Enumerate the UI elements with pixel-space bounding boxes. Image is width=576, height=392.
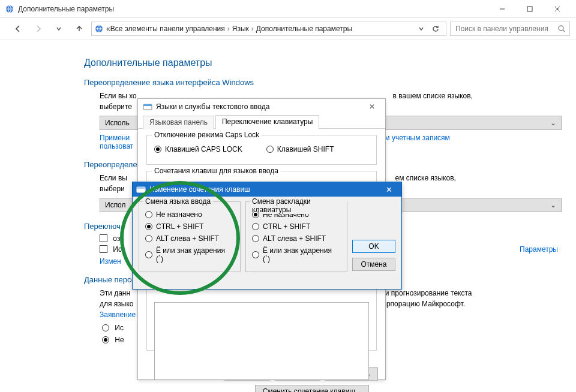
dialog-icon — [136, 185, 146, 194]
radio-grave[interactable]: Ё или знак ударения (`) — [145, 246, 234, 263]
checkbox[interactable] — [100, 234, 107, 242]
svg-rect-11 — [137, 187, 145, 189]
search-box[interactable] — [450, 22, 570, 36]
back-button[interactable] — [10, 20, 26, 37]
dialog-title: Изменение сочетания клавиш — [149, 185, 380, 194]
hotkeys-listbox[interactable] — [154, 302, 369, 380]
chevron-right-icon: › — [249, 25, 256, 33]
window-title: Дополнительные параметры — [18, 5, 488, 13]
privacy-link[interactable]: Заявление — [100, 310, 136, 319]
group-legend: Сочетания клавиш для языков ввода — [152, 167, 281, 175]
dropdown-value: Испол — [105, 201, 126, 209]
section-header: Переопределение языка интерфейса Windows — [84, 78, 564, 87]
breadcrumb-item[interactable]: Все элементы панели управления — [110, 25, 225, 33]
radio-alt-shift[interactable]: ALT слева + SHIFT — [252, 234, 341, 243]
search-icon — [557, 25, 566, 33]
capslock-radio-shift[interactable]: Клавишей SHIFT — [266, 145, 334, 153]
group-legend: Смена языка ввода — [143, 197, 213, 206]
window-titlebar: Дополнительные параметры — [0, 0, 576, 18]
group-legend: Отключение режима Caps Lock — [152, 131, 262, 139]
radio[interactable] — [102, 336, 109, 343]
input-language-group: Смена языка ввода Не назначено CTRL + SH… — [139, 201, 241, 272]
close-icon[interactable]: ✕ — [380, 185, 398, 194]
dialog-title: Языки и службы текстового ввода — [156, 102, 364, 111]
params-link[interactable]: Параметры — [520, 245, 558, 254]
app-icon — [5, 4, 14, 14]
breadcrumb-item[interactable]: Дополнительные параметры — [256, 25, 352, 33]
close-button[interactable] — [544, 0, 571, 18]
checkbox-label: Ис — [113, 245, 122, 254]
capslock-group: Отключение режима Caps Lock Клавишей CAP… — [146, 135, 377, 165]
chevron-down-icon: ⌄ — [550, 201, 556, 209]
svg-point-6 — [559, 26, 563, 31]
dialog-titlebar[interactable]: Языки и службы текстового ввода ✕ — [138, 99, 385, 114]
nav-toolbar: « Все элементы панели управления › Язык … — [0, 18, 576, 40]
maximize-button[interactable] — [516, 0, 544, 18]
search-input[interactable] — [454, 24, 557, 34]
radio-none[interactable]: Не назначено — [145, 210, 234, 219]
radio-ctrl-shift[interactable]: CTRL + SHIFT — [252, 222, 341, 231]
forward-button[interactable] — [30, 20, 47, 37]
svg-line-7 — [563, 30, 565, 32]
radio-ctrl-shift[interactable]: CTRL + SHIFT — [145, 222, 234, 231]
checkbox[interactable] — [100, 245, 107, 253]
dialog-titlebar[interactable]: Изменение сочетания клавиш ✕ — [133, 182, 401, 197]
tabstrip: Языковая панель Переключение клавиатуры — [138, 114, 385, 129]
breadcrumb-bar[interactable]: « Все элементы панели управления › Язык … — [91, 22, 446, 36]
change-hotkey-dialog: Изменение сочетания клавиш ✕ Смена языка… — [132, 182, 402, 290]
tab-keyboard-switch[interactable]: Переключение клавиатуры — [215, 115, 319, 129]
svg-rect-9 — [143, 104, 152, 106]
breadcrumb-icon — [94, 24, 104, 34]
tab-language-bar[interactable]: Языковая панель — [143, 116, 214, 129]
page-title: Дополнительные параметры — [84, 58, 564, 68]
radio-alt-shift[interactable]: ALT слева + SHIFT — [145, 234, 234, 243]
apply-users-link-2[interactable]: пользоват — [100, 142, 133, 150]
radio-grave[interactable]: Ё или знак ударения (`) — [252, 246, 341, 263]
chevron-right-icon: › — [225, 25, 232, 33]
radio-label: Ис — [115, 324, 124, 332]
close-icon[interactable]: ✕ — [364, 102, 380, 111]
radio-label: Не — [115, 336, 124, 344]
change-hotkey-button[interactable]: Сменить сочетание клавиш... — [255, 385, 369, 392]
recent-dropdown[interactable] — [50, 20, 67, 37]
chevron-down-icon: ⌄ — [550, 119, 556, 127]
dialog-icon — [143, 102, 152, 111]
cancel-button[interactable]: Отмена — [352, 258, 395, 271]
breadcrumb-item[interactable]: Язык — [232, 25, 249, 33]
breadcrumb-prefix: « — [106, 25, 110, 33]
ok-button[interactable]: OK — [352, 240, 395, 253]
checkbox-label: озв — [113, 234, 124, 243]
group-legend: Смена раскладки клавиатуры — [250, 197, 347, 214]
up-button[interactable] — [71, 20, 88, 37]
minimize-button[interactable] — [488, 0, 516, 18]
apply-link[interactable]: Примени — [100, 134, 130, 142]
capslock-radio-caps[interactable]: Клавишей CAPS LOCK — [154, 145, 242, 153]
svg-rect-2 — [527, 7, 532, 11]
dropdown-value: Исполь — [105, 119, 130, 127]
keyboard-layout-group: Смена раскладки клавиатуры Не назначено … — [245, 201, 347, 272]
refresh-button[interactable] — [431, 25, 440, 33]
address-dropdown-button[interactable] — [418, 26, 424, 32]
radio[interactable] — [102, 324, 109, 331]
